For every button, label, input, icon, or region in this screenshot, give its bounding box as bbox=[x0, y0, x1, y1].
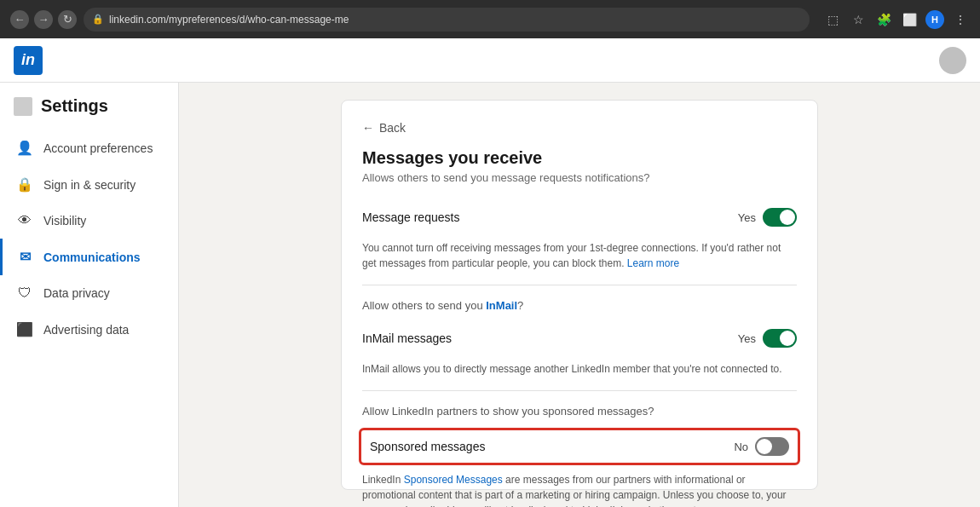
sidebar-item-sign-in-security[interactable]: 🔒 Sign in & security bbox=[0, 166, 178, 203]
inmail-label: InMail messages bbox=[362, 331, 452, 345]
back-button[interactable]: ← bbox=[10, 10, 29, 29]
message-requests-label: Message requests bbox=[362, 210, 459, 224]
advertising-icon: ⬛ bbox=[16, 321, 33, 337]
layout-button[interactable]: ⬜ bbox=[900, 10, 919, 29]
inmail-info: InMail allows you to directly message an… bbox=[362, 361, 797, 377]
sidebar-item-label: Sign in & security bbox=[43, 178, 135, 192]
settings-icon bbox=[14, 97, 32, 116]
user-avatar[interactable] bbox=[939, 47, 966, 74]
inmail-value: Yes bbox=[738, 332, 756, 345]
mail-icon: ✉ bbox=[16, 249, 33, 265]
message-requests-toggle[interactable] bbox=[763, 208, 797, 227]
sidebar-item-advertising-data[interactable]: ⬛ Advertising data bbox=[0, 311, 178, 348]
inmail-section-desc: Allow others to send you InMail? bbox=[362, 299, 797, 312]
sidebar-item-label: Account preferences bbox=[43, 141, 153, 155]
message-requests-info: You cannot turn off receiving messages f… bbox=[362, 240, 797, 271]
cast-button[interactable]: ⬚ bbox=[823, 10, 842, 29]
account-icon: 👤 bbox=[16, 140, 33, 156]
sidebar-item-label: Visibility bbox=[43, 214, 86, 228]
browser-actions: ⬚ ☆ 🧩 ⬜ H ⋮ bbox=[823, 10, 970, 29]
page-title: Messages you receive bbox=[362, 148, 797, 168]
sponsored-messages-link[interactable]: Sponsored Messages bbox=[404, 474, 503, 486]
menu-button[interactable]: ⋮ bbox=[951, 10, 970, 29]
back-label: Back bbox=[379, 121, 406, 135]
message-requests-value: Yes bbox=[738, 211, 756, 224]
back-link[interactable]: ← Back bbox=[362, 121, 797, 135]
sponsored-value: No bbox=[734, 441, 748, 453]
sidebar-title: Settings bbox=[0, 96, 178, 130]
url-text: linkedin.com/mypreferences/d/who-can-mes… bbox=[109, 14, 349, 26]
sponsored-section-desc: Allow LinkedIn partners to show you spon… bbox=[362, 405, 797, 418]
sidebar-item-account-preferences[interactable]: 👤 Account preferences bbox=[0, 130, 178, 166]
lock-icon: 🔒 bbox=[92, 14, 104, 25]
sidebar-item-visibility[interactable]: 👁 Visibility bbox=[0, 203, 178, 239]
inmail-link[interactable]: InMail bbox=[486, 299, 517, 312]
reload-button[interactable]: ↻ bbox=[58, 10, 77, 29]
eye-icon: 👁 bbox=[16, 213, 33, 228]
sidebar-item-label: Data privacy bbox=[43, 286, 110, 300]
settings-card: ← Back Messages you receive Allows other… bbox=[341, 100, 818, 490]
shield-icon: 🛡 bbox=[16, 285, 33, 301]
linkedin-header: in bbox=[0, 38, 980, 83]
sponsored-toggle[interactable] bbox=[755, 437, 789, 456]
content-area: ← Back Messages you receive Allows other… bbox=[179, 83, 980, 507]
address-bar[interactable]: 🔒 linkedin.com/mypreferences/d/who-can-m… bbox=[84, 8, 810, 32]
sidebar-item-label: Advertising data bbox=[43, 323, 129, 337]
back-arrow-icon: ← bbox=[362, 121, 374, 135]
inmail-row: InMail messages Yes bbox=[362, 322, 797, 354]
message-requests-control: Yes bbox=[738, 208, 797, 227]
browser-profile[interactable]: H bbox=[925, 10, 944, 29]
linkedin-logo[interactable]: in bbox=[14, 46, 43, 75]
main-layout: Settings 👤 Account preferences 🔒 Sign in… bbox=[0, 83, 980, 507]
extensions-button[interactable]: 🧩 bbox=[874, 10, 893, 29]
browser-chrome: ← → ↻ 🔒 linkedin.com/mypreferences/d/who… bbox=[0, 0, 980, 38]
page-subtitle: Allows others to send you message reques… bbox=[362, 171, 797, 184]
sponsored-info: LinkedIn Sponsored Messages are messages… bbox=[362, 472, 797, 507]
message-requests-row: Message requests Yes bbox=[362, 201, 797, 233]
inmail-toggle[interactable] bbox=[763, 329, 797, 348]
sponsored-control: No bbox=[734, 437, 789, 456]
divider-1 bbox=[362, 285, 797, 285]
sidebar: Settings 👤 Account preferences 🔒 Sign in… bbox=[0, 83, 179, 507]
divider-2 bbox=[362, 390, 797, 391]
sponsored-messages-highlighted-row: Sponsored messages No bbox=[359, 428, 800, 465]
sponsored-label: Sponsored messages bbox=[370, 440, 485, 453]
sidebar-item-communications[interactable]: ✉ Communications bbox=[0, 239, 178, 275]
inmail-control: Yes bbox=[738, 329, 797, 348]
lock-icon: 🔒 bbox=[16, 176, 33, 193]
learn-more-link[interactable]: Learn more bbox=[627, 257, 679, 269]
sidebar-item-label: Communications bbox=[43, 251, 141, 264]
bookmark-button[interactable]: ☆ bbox=[849, 10, 868, 29]
forward-button[interactable]: → bbox=[34, 10, 53, 29]
nav-controls: ← → ↻ bbox=[10, 10, 77, 29]
sidebar-item-data-privacy[interactable]: 🛡 Data privacy bbox=[0, 275, 178, 311]
